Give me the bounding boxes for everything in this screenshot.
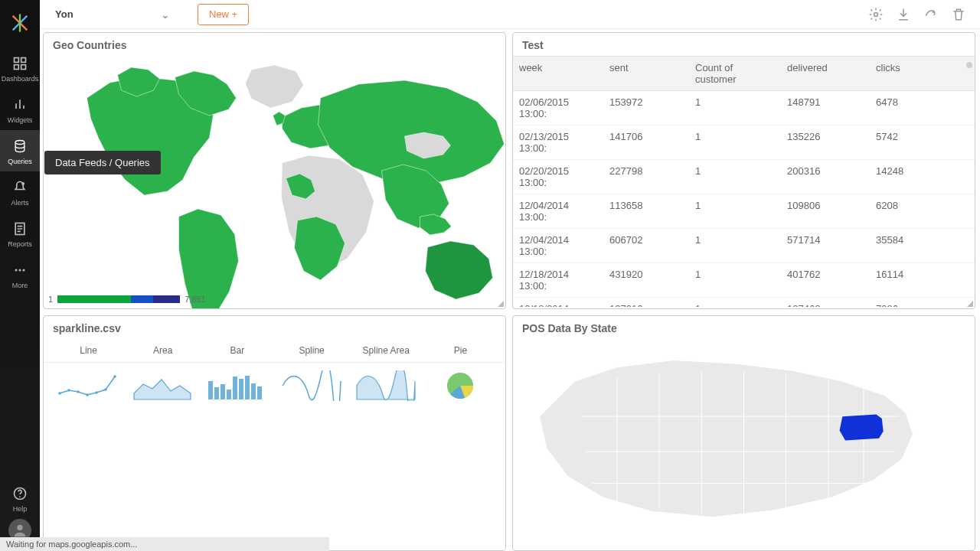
svg-rect-0 (15, 58, 19, 63)
svg-rect-29 (251, 383, 256, 399)
more-icon (11, 262, 28, 279)
resize-handle[interactable] (966, 300, 974, 308)
map-legend: 1 7,851 (48, 295, 206, 304)
cell-delivered: 148791 (781, 91, 870, 125)
cell-delivered: 401762 (781, 263, 870, 297)
cell-customer: 1 (689, 126, 781, 159)
svg-point-20 (113, 375, 116, 378)
cell-sent: 137216 (603, 298, 689, 307)
download-icon[interactable] (896, 7, 911, 22)
table-body[interactable]: 02/06/2015 13:00:1539721148791647802/13/… (513, 91, 975, 307)
svg-rect-2 (15, 65, 19, 70)
table-row[interactable]: 02/06/2015 13:00:15397211487916478 (513, 91, 975, 126)
svg-rect-3 (21, 65, 26, 70)
resize-handle[interactable] (497, 300, 505, 308)
cell-week: 12/18/2014 13:00: (513, 298, 603, 307)
column-header: Area (126, 339, 200, 362)
nav-help[interactable]: Help (0, 478, 40, 519)
cell-sent: 153972 (603, 91, 689, 125)
scroll-indicator[interactable] (966, 62, 972, 68)
column-header[interactable]: sent (603, 57, 689, 90)
panel-pos-state: POS Data By State (512, 315, 975, 551)
nav-reports[interactable]: Reports (0, 213, 40, 254)
column-header: Line (51, 339, 126, 362)
cell-sent: 227798 (603, 160, 689, 194)
legend-min: 1 (48, 295, 53, 304)
trash-icon[interactable] (951, 7, 966, 22)
cell-week: 12/04/2014 13:00: (513, 194, 603, 228)
table-row[interactable]: 12/18/2014 13:00:13721611274627986 (513, 298, 975, 307)
column-header[interactable]: week (513, 57, 603, 90)
column-header: Pie (423, 339, 498, 362)
cell-delivered: 109806 (781, 194, 870, 228)
panel-test-table: Test week sent Count of customer deliver… (512, 32, 975, 309)
nav-dashboards[interactable]: Dashboards (0, 47, 40, 89)
table-row[interactable]: 12/04/2014 13:00:606702157171435584 (513, 229, 975, 263)
cell-sent: 606702 (603, 229, 689, 262)
column-header[interactable]: clicks (870, 57, 975, 90)
legend-gradient (57, 295, 180, 303)
cell-customer: 1 (689, 229, 781, 262)
cell-customer: 1 (689, 160, 781, 194)
cell-week: 12/18/2014 13:00: (513, 263, 603, 297)
table-row[interactable]: 12/04/2014 13:00:11365811098066208 (513, 194, 975, 229)
us-map[interactable] (513, 339, 975, 550)
sparkline-pie (430, 370, 491, 401)
world-map[interactable]: 1 7,851 (44, 56, 505, 308)
cell-clicks: 6478 (870, 91, 975, 125)
cell-sent: 141706 (603, 126, 689, 159)
nav-label: Widgets (8, 116, 33, 124)
svg-rect-26 (233, 377, 237, 399)
column-header: Spline Area (349, 339, 423, 362)
widgets-icon (11, 96, 28, 113)
cell-clicks: 6208 (870, 194, 975, 228)
cell-customer: 1 (689, 263, 781, 297)
status-bar: Waiting for maps.googleapis.com... (0, 537, 329, 551)
new-button[interactable]: New + (198, 4, 249, 25)
svg-rect-25 (227, 390, 231, 399)
panel-title: sparkline.csv (44, 316, 505, 339)
table-row[interactable]: 12/18/2014 13:00:431920140176216114 (513, 263, 975, 298)
panel-title: POS Data By State (513, 316, 975, 339)
cell-delivered: 571714 (781, 229, 870, 262)
nav-widgets[interactable]: Widgets (0, 89, 40, 130)
sparkline-bar (207, 370, 268, 401)
table-row[interactable]: 02/20/2015 13:00:227798120031614248 (513, 160, 975, 194)
cell-clicks: 14248 (870, 160, 975, 194)
nav-label: Reports (8, 240, 32, 248)
column-header[interactable]: Count of customer (689, 57, 781, 90)
svg-rect-24 (220, 384, 225, 399)
svg-point-8 (19, 269, 21, 272)
cell-delivered: 127462 (781, 298, 870, 307)
nav-label: Alerts (11, 199, 28, 207)
panel-title: Test (513, 33, 975, 56)
svg-rect-28 (245, 376, 250, 399)
cell-clicks: 16114 (870, 263, 975, 297)
dashboards-icon (11, 55, 28, 72)
nav-label: Queries (8, 158, 32, 165)
nav-alerts[interactable]: Alerts (0, 171, 40, 213)
svg-point-14 (58, 392, 61, 395)
cell-customer: 1 (689, 194, 781, 228)
settings-icon[interactable] (868, 7, 884, 22)
dashboard-selector[interactable]: Yon ⌄ (47, 5, 178, 24)
column-header[interactable]: delivered (781, 57, 870, 90)
nav-label: Dashboards (2, 75, 39, 83)
legend-max: 7,851 (185, 295, 206, 304)
sparkline-header: Line Area Bar Spline Spline Area Pie (44, 339, 505, 363)
nav-more[interactable]: More (0, 254, 40, 295)
nav-queries[interactable]: Queries (0, 130, 40, 171)
svg-rect-1 (21, 58, 26, 63)
sparkline-line (58, 370, 119, 401)
nav-label: More (12, 282, 28, 289)
highlighted-state[interactable] (840, 414, 884, 440)
table-row[interactable]: 02/13/2015 13:00:14170611352265742 (513, 126, 975, 160)
cell-customer: 1 (689, 298, 781, 307)
svg-marker-21 (134, 380, 191, 399)
svg-point-5 (21, 182, 24, 185)
svg-rect-27 (239, 379, 243, 399)
cell-sent: 113658 (603, 194, 689, 228)
svg-rect-23 (214, 387, 219, 399)
share-icon[interactable] (923, 7, 939, 22)
column-header: Bar (200, 339, 274, 362)
